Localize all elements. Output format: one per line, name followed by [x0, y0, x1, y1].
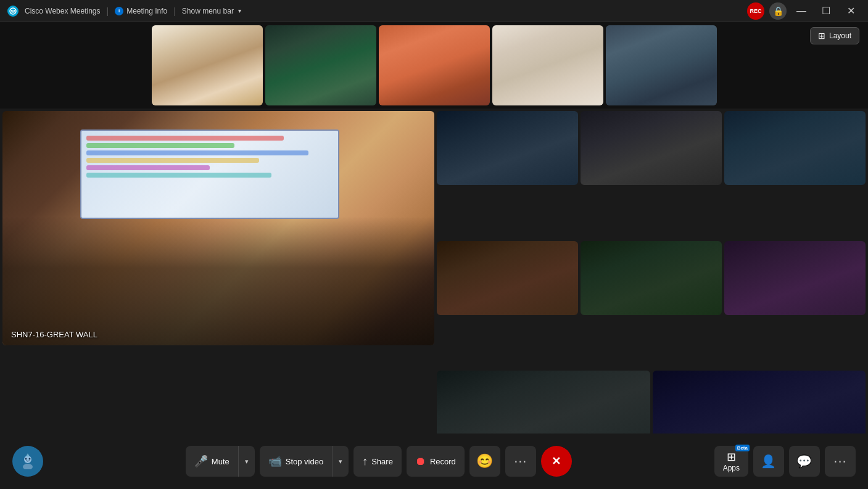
grid-cell-4[interactable] — [437, 241, 578, 315]
record-button[interactable]: ⏺ Record — [407, 446, 465, 477]
meeting-info-label: Meeting Info — [126, 7, 167, 15]
chat-icon: 💬 — [796, 454, 812, 469]
more-dots-right-icon: ··· — [833, 453, 846, 469]
screen-bar-6 — [86, 173, 271, 178]
microphone-icon: 🎤 — [194, 454, 208, 468]
end-meeting-button[interactable]: ✕ — [541, 446, 572, 477]
webex-logo: W — [7, 6, 19, 17]
meeting-info-icon: i — [115, 7, 123, 15]
screen-content — [81, 131, 338, 217]
svg-point-4 — [25, 458, 27, 460]
screen-bar-3 — [86, 150, 308, 155]
chevron-down-icon: ▾ — [238, 7, 241, 14]
emoji-icon: 😊 — [476, 453, 493, 469]
svg-text:W: W — [11, 9, 15, 14]
separator-2: | — [173, 6, 176, 16]
grid-cell-1[interactable] — [437, 111, 578, 185]
toolbar-right: Beta ⊞ Apps 👤 💬 ··· — [714, 446, 856, 477]
toolbar: 🎤 Mute ▾ 📹 Stop video ▾ ↑ Share ⏺ — [0, 434, 868, 489]
grid-cell-3[interactable] — [724, 111, 866, 185]
toolbar-left — [12, 446, 43, 477]
screen-bar-4 — [86, 158, 259, 163]
record-label: Record — [430, 457, 456, 466]
main-video-label: SHN7-16-GREAT WALL — [11, 330, 97, 339]
main-video-scene — [2, 111, 434, 345]
layout-grid-icon: ⊞ — [818, 31, 825, 41]
video-feed-5 — [606, 25, 717, 105]
apps-grid-icon: ⊞ — [727, 450, 736, 464]
more-options-right-button[interactable]: ··· — [825, 446, 856, 477]
chat-button[interactable]: 💬 — [789, 446, 820, 477]
grid-cell-5[interactable] — [581, 241, 722, 315]
reactions-button[interactable]: 😊 — [469, 446, 500, 477]
participants-icon: 👤 — [761, 454, 776, 469]
show-menu-bar-button[interactable]: Show menu bar ▾ — [182, 7, 241, 15]
presentation-screen — [80, 129, 339, 218]
close-button[interactable]: ✕ — [841, 2, 861, 20]
grid-cell-2[interactable] — [581, 111, 722, 185]
toolbar-center: 🎤 Mute ▾ 📹 Stop video ▾ ↑ Share ⏺ — [186, 446, 572, 477]
mute-button-group: 🎤 Mute ▾ — [186, 446, 255, 477]
thumbnail-5[interactable] — [606, 25, 717, 105]
ai-assistant-avatar[interactable] — [12, 446, 43, 477]
main-video[interactable]: SHN7-16-GREAT WALL — [2, 111, 434, 345]
top-strip — [0, 22, 868, 109]
thumbnail-1[interactable] — [152, 25, 263, 105]
lock-indicator: 🔒 — [769, 2, 787, 20]
main-content-wrapper: ⊞ Layout — [0, 22, 868, 489]
maximize-button[interactable]: ☐ — [816, 2, 836, 20]
rec-indicator: REC — [747, 2, 764, 20]
video-dropdown-arrow[interactable]: ▾ — [333, 446, 349, 477]
share-button[interactable]: ↑ Share — [353, 446, 402, 477]
layout-button[interactable]: ⊞ Layout — [810, 27, 859, 44]
more-dots-icon: ··· — [514, 453, 527, 469]
right-video-panel — [437, 111, 866, 482]
video-button-group: 📹 Stop video ▾ — [260, 446, 349, 477]
share-label: Share — [371, 457, 393, 466]
end-icon: ✕ — [552, 454, 561, 468]
camera-icon: 📹 — [268, 454, 282, 468]
title-bar-left: W Cisco Webex Meetings | i Meeting Info … — [7, 6, 747, 17]
apps-label: Apps — [723, 464, 740, 472]
video-label: Stop video — [286, 457, 323, 466]
show-menu-bar-label: Show menu bar — [182, 7, 234, 15]
svg-point-7 — [27, 454, 29, 456]
beta-badge: Beta — [735, 445, 750, 451]
screen-bar-1 — [86, 136, 284, 141]
svg-point-3 — [23, 464, 33, 469]
more-options-button[interactable]: ··· — [505, 446, 536, 477]
video-feed-2 — [265, 25, 376, 105]
meeting-info-button[interactable]: i Meeting Info — [115, 7, 167, 15]
video-feed-3 — [379, 25, 490, 105]
thumbnail-3[interactable] — [379, 25, 490, 105]
svg-point-5 — [29, 458, 31, 460]
title-bar: W Cisco Webex Meetings | i Meeting Info … — [0, 0, 868, 22]
thumbnail-2[interactable] — [265, 25, 376, 105]
title-bar-right: REC 🔒 — ☐ ✕ — [747, 2, 861, 20]
record-icon: ⏺ — [415, 455, 426, 468]
apps-button[interactable]: Beta ⊞ Apps — [714, 446, 748, 477]
screen-bar-5 — [86, 165, 210, 170]
share-icon: ↑ — [362, 455, 368, 468]
stop-video-button[interactable]: 📹 Stop video — [260, 446, 333, 477]
minimize-button[interactable]: — — [792, 2, 811, 20]
layout-label: Layout — [829, 31, 851, 40]
mute-dropdown-arrow[interactable]: ▾ — [239, 446, 255, 477]
mute-label: Mute — [212, 457, 229, 466]
thumbnail-4[interactable] — [492, 25, 603, 105]
bot-icon — [20, 453, 36, 469]
grid-cell-6[interactable] — [724, 241, 866, 315]
table-overlay — [2, 216, 434, 345]
video-feed-1 — [152, 25, 263, 105]
separator-1: | — [107, 6, 109, 16]
video-feed-4 — [492, 25, 603, 105]
video-area: SHN7-16-GREAT WALL — [0, 109, 868, 484]
participants-button[interactable]: 👤 — [753, 446, 784, 477]
app-title: Cisco Webex Meetings — [25, 7, 101, 15]
screen-bar-2 — [86, 143, 234, 148]
mute-button[interactable]: 🎤 Mute — [186, 446, 239, 477]
